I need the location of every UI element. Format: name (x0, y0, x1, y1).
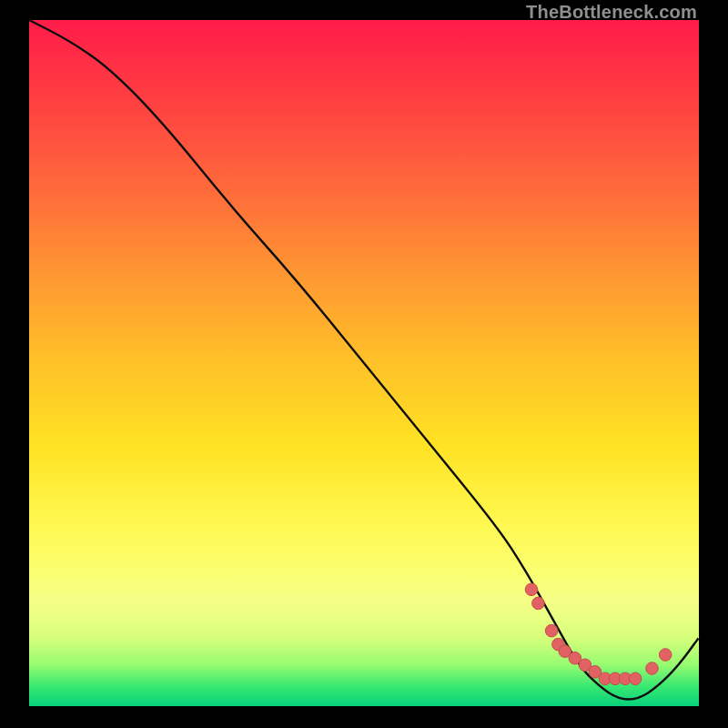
chart-stage: TheBottleneck.com (0, 0, 728, 728)
watermark-text: TheBottleneck.com (526, 2, 697, 23)
gradient-panel (29, 20, 699, 706)
